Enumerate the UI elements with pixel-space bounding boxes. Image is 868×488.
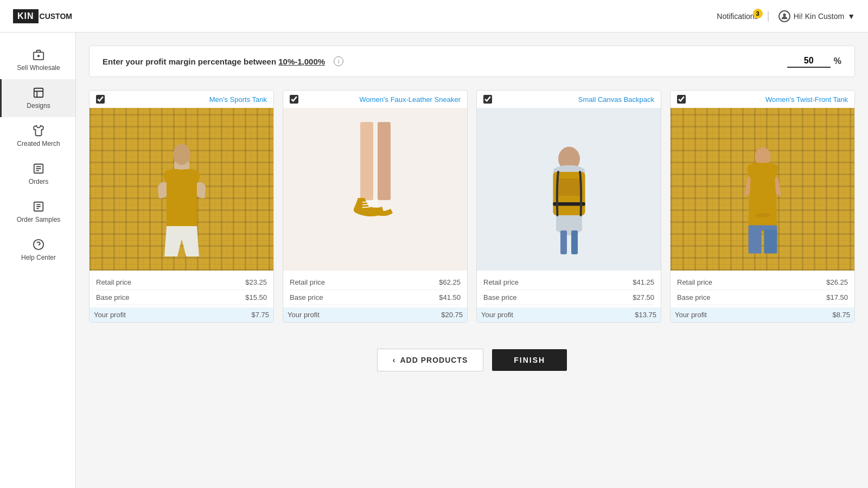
designs-icon [33, 87, 44, 99]
profit-value-1: $20.75 [441, 311, 463, 319]
finish-button[interactable]: FINISH [492, 349, 567, 371]
retail-price-row-3: Retail price $26.25 [677, 275, 848, 290]
product-pricing-0: Retail price $23.25 Base price $15.50 Yo… [90, 271, 273, 322]
base-price-row-0: Base price $15.50 [96, 290, 267, 305]
add-products-label: ADD PRODUCTS [400, 356, 468, 364]
profit-value-0: $7.75 [251, 311, 269, 319]
profit-label-2: Your profit [481, 311, 513, 319]
profit-row-3: Your profit $8.75 [671, 307, 854, 322]
base-value-2: $27.50 [633, 293, 654, 301]
product-checkbox-0[interactable] [96, 95, 105, 104]
product-image-2 [477, 108, 661, 271]
orders-icon [33, 163, 44, 175]
chevron-left-icon: ‹ [393, 356, 396, 364]
svg-point-0 [783, 13, 786, 16]
retail-label-0: Retail price [96, 278, 131, 286]
product-card-header-3: Women's Twist-Front Tank [671, 91, 854, 108]
base-value-0: $15.50 [245, 293, 267, 301]
profit-range: 10%-1,000% [278, 57, 325, 66]
sidebar-item-order-samples[interactable]: Order Samples [0, 193, 75, 231]
user-greeting: Hi! Kin Custom [794, 12, 844, 21]
svg-rect-27 [748, 229, 761, 253]
add-products-button[interactable]: ‹ ADD PRODUCTS [377, 349, 483, 371]
profit-value-3: $8.75 [832, 311, 850, 319]
profit-value-2: $13.75 [635, 311, 656, 319]
notifications-badge: 3 [753, 9, 763, 18]
product-image-1 [283, 108, 467, 271]
product-pricing-2: Retail price $41.25 Base price $27.50 Yo… [477, 271, 661, 322]
svg-point-13 [173, 144, 190, 165]
sidebar-item-orders[interactable]: Orders [0, 155, 75, 193]
user-menu[interactable]: Hi! Kin Custom ▼ [778, 10, 855, 22]
sidebar-label-designs: Designs [27, 102, 50, 110]
product-checkbox-2[interactable] [483, 95, 492, 104]
tshirt-icon [33, 125, 44, 137]
base-value-1: $41.50 [439, 293, 461, 301]
svg-rect-22 [556, 178, 581, 196]
profit-input-wrap: % [787, 55, 841, 68]
sidebar-label-sell-wholesale: Sell Wholesale [17, 64, 60, 72]
sidebar-item-help-center[interactable]: Help Center [0, 231, 75, 269]
base-label-3: Base price [677, 293, 710, 301]
svg-rect-24 [571, 230, 578, 254]
svg-rect-14 [360, 122, 373, 200]
retail-value-2: $41.25 [633, 278, 654, 286]
percent-sign: % [834, 56, 841, 66]
profit-margin-bar: Enter your profit margin percentage betw… [89, 46, 855, 77]
logo: KIN CUSTOM [13, 9, 72, 23]
profit-row-1: Your profit $20.75 [283, 307, 467, 322]
profit-input[interactable] [787, 55, 831, 68]
finish-label: FINISH [514, 356, 545, 364]
header: KIN CUSTOM Notifications 3 | Hi! Kin Cus… [0, 0, 868, 33]
product-pricing-1: Retail price $62.25 Base price $41.50 Yo… [283, 271, 467, 322]
user-dropdown-icon: ▼ [847, 12, 855, 21]
base-price-row-2: Base price $27.50 [483, 290, 654, 305]
base-value-3: $17.50 [826, 293, 848, 301]
retail-label-2: Retail price [483, 278, 519, 286]
retail-value-3: $26.25 [826, 278, 848, 286]
header-right: Notifications 3 | Hi! Kin Custom ▼ [717, 10, 855, 22]
sidebar-label-order-samples: Order Samples [17, 216, 61, 223]
product-image-3 [671, 108, 854, 271]
retail-price-row-0: Retail price $23.25 [96, 275, 267, 290]
user-avatar-icon [778, 10, 790, 22]
header-divider: | [767, 10, 770, 22]
sidebar-item-designs[interactable]: Designs [0, 79, 75, 117]
profit-margin-label: Enter your profit margin percentage betw… [103, 57, 325, 66]
sidebar-label-help-center: Help Center [21, 254, 56, 261]
svg-rect-23 [560, 230, 567, 254]
svg-rect-4 [34, 88, 43, 98]
sidebar-item-sell-wholesale[interactable]: Sell Wholesale [0, 41, 75, 79]
info-icon-label: i [338, 58, 339, 65]
base-price-row-1: Base price $41.50 [290, 290, 461, 305]
product-name-2: Small Canvas Backpack [496, 95, 654, 104]
product-card-mens-sports-tank: Men's Sports Tank [89, 90, 274, 323]
logo-kin: KIN [13, 9, 39, 23]
product-image-0 [90, 108, 273, 271]
logo-custom: CUSTOM [40, 12, 72, 21]
svg-rect-15 [378, 122, 391, 200]
info-icon[interactable]: i [334, 56, 343, 66]
products-grid: Men's Sports Tank [89, 90, 855, 323]
retail-value-1: $62.25 [439, 278, 461, 286]
product-card-womens-twist-tank: Women's Twist-Front Tank [670, 90, 855, 323]
retail-label-3: Retail price [677, 278, 712, 286]
product-name-1: Women's Faux-Leather Sneaker [303, 95, 461, 104]
product-card-womens-sneaker: Women's Faux-Leather Sneaker [283, 90, 468, 323]
profit-row-2: Your profit $13.75 [477, 307, 661, 322]
notifications-button[interactable]: Notifications 3 [717, 12, 758, 21]
product-checkbox-3[interactable] [677, 95, 686, 104]
product-card-header-2: Small Canvas Backpack [477, 91, 661, 108]
product-card-header-0: Men's Sports Tank [90, 91, 273, 108]
product-name-3: Women's Twist-Front Tank [690, 95, 848, 104]
sidebar-item-created-merch[interactable]: Created Merch [0, 117, 75, 155]
retail-label-1: Retail price [290, 278, 325, 286]
profit-label-1: Your profit [288, 311, 320, 319]
base-label-2: Base price [483, 293, 516, 301]
product-checkbox-1[interactable] [290, 95, 298, 104]
base-label-1: Base price [290, 293, 323, 301]
retail-price-row-1: Retail price $62.25 [290, 275, 461, 290]
svg-rect-28 [764, 229, 777, 253]
retail-value-0: $23.25 [245, 278, 267, 286]
product-card-header-1: Women's Faux-Leather Sneaker [283, 91, 467, 108]
